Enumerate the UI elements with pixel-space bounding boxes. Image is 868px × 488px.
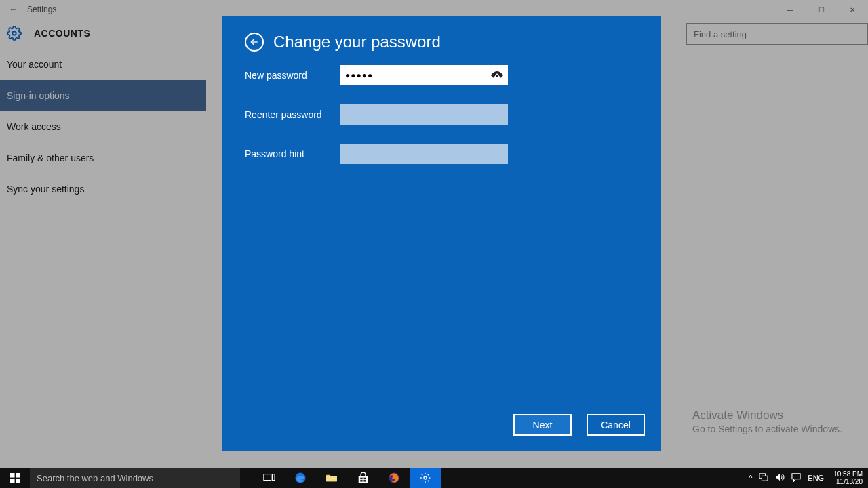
file-explorer-icon[interactable] [316,468,347,488]
taskbar-search[interactable]: Search the web and Windows [30,468,240,488]
tray-chevron-icon[interactable]: ^ [749,474,752,482]
settings-app-icon[interactable] [410,468,441,488]
svg-rect-13 [360,480,362,482]
system-tray: ^ ENG 10:58 PM 11/13/20 [749,468,868,488]
start-button[interactable] [0,468,30,488]
password-hint-row: Password hint [245,144,638,164]
volume-icon[interactable] [775,473,785,483]
network-icon[interactable] [759,473,768,483]
svg-rect-5 [10,479,15,483]
store-icon [357,472,369,484]
svg-rect-11 [360,477,362,479]
folder-icon [326,473,338,483]
cancel-button[interactable]: Cancel [587,414,645,436]
reenter-password-label: Reenter password [245,109,340,120]
new-password-label: New password [245,70,340,81]
action-center-icon[interactable] [791,473,801,483]
edge-app-icon[interactable] [285,468,316,488]
modal-back-button[interactable] [245,33,264,52]
new-password-input[interactable] [340,65,508,85]
svg-rect-4 [16,473,20,478]
modal-header: Change your password [245,33,638,52]
svg-rect-18 [762,476,768,481]
taskbar-search-placeholder: Search the web and Windows [37,473,153,483]
gear-icon [420,472,431,483]
firefox-app-icon[interactable] [378,468,410,488]
taskbar: Search the web and Windows ^ [0,468,868,488]
task-view-icon[interactable] [254,468,285,488]
change-password-modal: Change your password New password Reente… [222,16,661,451]
taskview-icon [263,473,275,483]
password-hint-label: Password hint [245,148,340,159]
taskbar-apps [254,468,441,488]
clock[interactable]: 10:58 PM 11/13/20 [831,470,865,485]
clock-time: 10:58 PM [833,470,863,478]
svg-rect-7 [264,474,271,481]
windows-icon [10,473,20,483]
reveal-password-icon[interactable] [490,68,504,82]
svg-rect-14 [363,480,366,482]
edge-icon [294,472,307,484]
svg-rect-8 [273,474,275,481]
next-button[interactable]: Next [513,414,572,436]
language-indicator[interactable]: ENG [808,474,824,482]
new-password-row: New password [245,65,638,85]
svg-point-16 [424,476,427,479]
arrow-left-icon [249,37,260,47]
svg-rect-12 [363,477,366,479]
svg-rect-10 [358,476,368,483]
svg-point-2 [496,75,498,77]
firefox-icon [388,472,400,484]
store-app-icon[interactable] [347,468,378,488]
reenter-password-row: Reenter password [245,104,638,125]
svg-rect-3 [10,473,15,478]
clock-date: 11/13/20 [833,478,863,485]
modal-title: Change your password [273,33,441,52]
password-hint-input[interactable] [340,144,508,164]
svg-rect-6 [16,479,20,483]
modal-footer: Next Cancel [513,414,645,436]
reenter-password-input[interactable] [340,104,508,125]
